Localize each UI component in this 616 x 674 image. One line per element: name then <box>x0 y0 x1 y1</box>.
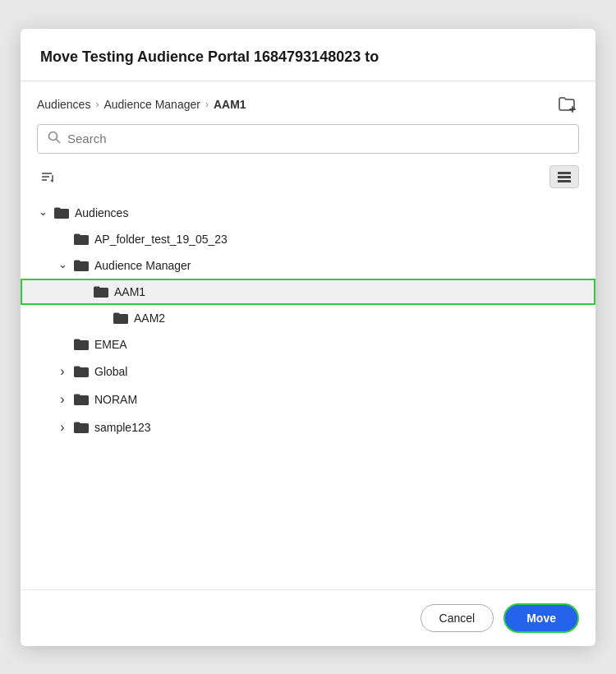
tree-item-sample123[interactable]: sample123 <box>21 413 595 441</box>
breadcrumb-sep-2: › <box>205 99 209 110</box>
folder-icon-ap-folder <box>73 233 90 246</box>
label-noram: NORAM <box>94 393 137 406</box>
label-aam1: AAM1 <box>114 285 145 298</box>
move-button[interactable]: Move <box>503 603 579 633</box>
list-view-icon <box>557 170 572 183</box>
chevron-audiences <box>37 206 48 219</box>
sort-icon <box>40 170 55 183</box>
tree-container: Audiences AP_folder_test_19_05_23 <box>21 195 595 589</box>
dialog-title: Move Testing Audience Portal 16847931480… <box>40 48 379 65</box>
folder-icon-aam1 <box>93 285 109 298</box>
tree-item-ap-folder[interactable]: AP_folder_test_19_05_23 <box>21 226 595 252</box>
svg-rect-8 <box>558 176 571 178</box>
breadcrumb-audience-manager[interactable]: Audience Manager <box>103 98 200 111</box>
tree-item-global[interactable]: Global <box>21 358 595 385</box>
dialog-header: Move Testing Audience Portal 16847931480… <box>21 29 595 81</box>
search-input[interactable] <box>67 132 568 145</box>
dialog-body: Audiences › Audience Manager › AAM1 <box>21 81 595 589</box>
label-audience-manager: Audience Manager <box>94 259 191 272</box>
label-global: Global <box>94 365 127 378</box>
svg-rect-7 <box>558 172 571 174</box>
folder-icon-audience-manager <box>73 259 90 272</box>
folder-icon-emea <box>73 338 90 351</box>
toolbar-row <box>21 162 595 195</box>
search-row <box>21 124 595 162</box>
chevron-audience-manager <box>57 259 68 271</box>
svg-rect-9 <box>558 180 571 182</box>
chevron-sample123 <box>57 420 68 435</box>
label-aam2: AAM2 <box>134 312 165 325</box>
list-view-button[interactable] <box>549 165 579 188</box>
breadcrumb-audiences[interactable]: Audiences <box>37 98 90 111</box>
folder-icon-global <box>73 365 90 378</box>
breadcrumb-row: Audiences › Audience Manager › AAM1 <box>21 81 595 124</box>
search-wrapper <box>37 124 579 154</box>
breadcrumb-sep-1: › <box>95 99 99 110</box>
search-icon <box>48 131 61 147</box>
folder-icon-sample123 <box>73 421 90 434</box>
tree-item-audience-manager[interactable]: Audience Manager <box>21 252 595 279</box>
label-ap-folder: AP_folder_test_19_05_23 <box>94 233 228 246</box>
folder-icon-aam2 <box>113 312 129 325</box>
chevron-global <box>57 364 68 379</box>
new-folder-icon <box>558 96 576 113</box>
new-folder-button[interactable] <box>554 93 579 116</box>
cancel-button[interactable]: Cancel <box>421 604 494 632</box>
tree-item-aam1[interactable]: AAM1 <box>21 279 595 305</box>
tree-item-noram[interactable]: NORAM <box>21 385 595 413</box>
move-dialog: Move Testing Audience Portal 16847931480… <box>21 29 595 646</box>
label-sample123: sample123 <box>94 421 151 434</box>
tree-item-audiences[interactable]: Audiences <box>21 200 595 226</box>
label-emea: EMEA <box>94 338 127 351</box>
breadcrumb: Audiences › Audience Manager › AAM1 <box>37 98 246 111</box>
tree-item-emea[interactable]: EMEA <box>21 331 595 358</box>
tree-item-aam2[interactable]: AAM2 <box>21 305 595 331</box>
chevron-noram <box>57 392 68 407</box>
dialog-footer: Cancel Move <box>21 589 595 646</box>
sort-button[interactable] <box>37 167 58 187</box>
breadcrumb-aam1[interactable]: AAM1 <box>214 98 246 111</box>
svg-line-3 <box>57 139 60 142</box>
folder-icon-audiences <box>53 206 70 219</box>
label-audiences: Audiences <box>75 206 128 219</box>
folder-icon-noram <box>73 393 90 406</box>
